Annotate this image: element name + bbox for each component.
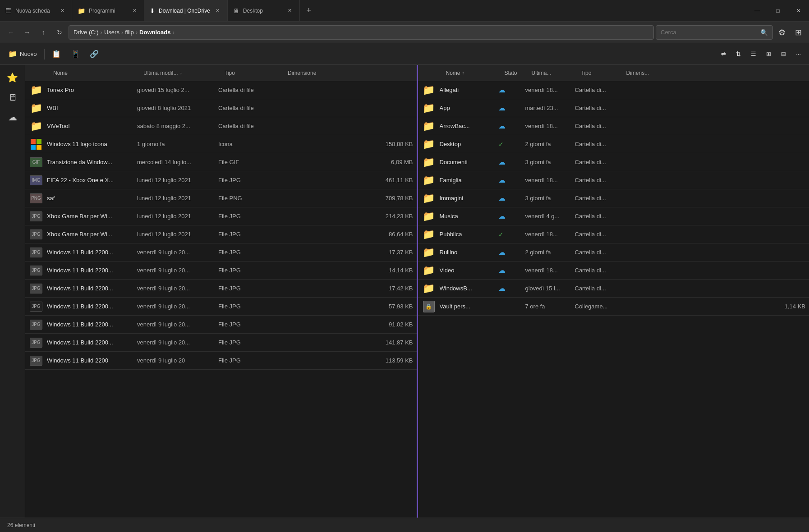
maximize-button[interactable]: □: [768, 0, 788, 22]
right-col-date-header[interactable]: Ultima...: [529, 68, 579, 78]
tab-nuova-scheda[interactable]: 🗔 Nuova scheda ✕: [0, 0, 72, 21]
view3-button[interactable]: ⊟: [777, 48, 791, 60]
left-col-name-header[interactable]: Nome: [51, 68, 141, 78]
file-name: saf: [47, 195, 137, 202]
left-col-size-header[interactable]: Dimensione: [285, 68, 413, 78]
new-tab-button[interactable]: +: [300, 0, 318, 21]
path-drive[interactable]: Drive (C:): [74, 29, 99, 36]
new-button[interactable]: 📁 Nuovo: [4, 47, 41, 60]
path-users[interactable]: Users: [104, 29, 120, 36]
table-row[interactable]: 📁 Torrex Pro giovedì 15 luglio 2... Cart…: [25, 81, 417, 99]
tab-close-2[interactable]: ✕: [130, 7, 138, 15]
path-downloads[interactable]: Downloads: [139, 29, 170, 36]
close-button[interactable]: ✕: [788, 0, 809, 22]
table-row[interactable]: 📁 Famiglia ☁ venerdì 18... Cartella di..…: [418, 171, 809, 189]
table-row[interactable]: 📁 Desktop ✓ 2 giorni fa Cartella di...: [418, 135, 809, 153]
tab-close-3[interactable]: ✕: [214, 7, 222, 15]
sidebar-icon-cloud[interactable]: ☁: [4, 108, 22, 126]
file-type: Cartella di...: [575, 267, 620, 274]
file-stato: ☁: [498, 266, 525, 275]
sort-button[interactable]: ⇅: [731, 48, 745, 60]
table-row[interactable]: 📁 WBI giovedì 8 luglio 2021 Cartella di …: [25, 99, 417, 117]
file-name: Windows 11 Build 2200...: [47, 285, 137, 292]
file-date: 7 ore fa: [525, 303, 575, 310]
table-row[interactable]: GIF Transizione da Window... mercoledì 1…: [25, 153, 417, 171]
right-col-stato-header[interactable]: Stato: [502, 68, 529, 78]
jpg-icon-xbox2: JPG: [29, 227, 43, 242]
copy-button[interactable]: 📋: [47, 47, 65, 60]
tab-desktop[interactable]: 🖥 Desktop ✕: [228, 0, 300, 21]
table-row[interactable]: PNG saf lunedì 12 luglio 2021 File PNG 7…: [25, 189, 417, 207]
file-name: Torrex Pro: [47, 87, 137, 93]
minimize-button[interactable]: —: [747, 0, 768, 22]
right-col-name-header[interactable]: Nome ↑: [443, 68, 502, 78]
table-row[interactable]: JPG Windows 11 Build 2200 venerdì 9 lugl…: [25, 352, 417, 370]
table-row[interactable]: Windows 11 logo icona 1 giorno fa Icona …: [25, 135, 417, 153]
table-row[interactable]: JPG Xbox Game Bar per Wi... lunedì 12 lu…: [25, 207, 417, 225]
file-date: venerdì 18...: [525, 177, 575, 183]
file-type: Cartella di...: [575, 141, 620, 147]
file-date: venerdì 9 luglio 20: [137, 357, 218, 364]
table-row[interactable]: 📁 Musica ☁ venerdì 4 g... Cartella di...: [418, 207, 809, 225]
table-row[interactable]: JPG Windows 11 Build 2200... venerdì 9 l…: [25, 298, 417, 316]
file-type: Cartella di...: [575, 159, 620, 165]
tab-programmi[interactable]: 📁 Programmi ✕: [72, 0, 144, 21]
table-row[interactable]: IMG FIFA 22 - Xbox One e X... lunedì 12 …: [25, 171, 417, 189]
tab-icon-4: 🖥: [233, 7, 239, 14]
filter-button[interactable]: ⇌: [717, 48, 731, 60]
table-row[interactable]: 📁 Rullino ☁ 2 giorni fa Cartella di...: [418, 243, 809, 261]
table-row[interactable]: 📁 WindowsB... ☁ giovedì 15 l... Cartella…: [418, 280, 809, 298]
file-size: 214,23 KB: [281, 213, 413, 220]
left-col-type-header[interactable]: Tipo: [222, 68, 285, 78]
table-row[interactable]: JPG Windows 11 Build 2200... venerdì 9 l…: [25, 261, 417, 280]
search-box[interactable]: 🔍: [656, 25, 773, 40]
table-row[interactable]: 📁 ArrowBac... ☁ venerdì 18... Cartella d…: [418, 117, 809, 135]
table-row[interactable]: 📁 Documenti ☁ 3 giorni fa Cartella di...: [418, 153, 809, 171]
folder-icon-rullino: 📁: [422, 245, 436, 260]
table-row[interactable]: 📁 Immagini ☁ 3 giorni fa Cartella di...: [418, 189, 809, 207]
sort-desc-icon: ↓: [180, 70, 182, 75]
address-path[interactable]: Drive (C:) › Users › filip › Downloads ›: [69, 25, 654, 40]
right-col-type-header[interactable]: Tipo: [579, 68, 624, 78]
table-row[interactable]: 📁 App ☁ martedì 23... Cartella di...: [418, 99, 809, 117]
more-button[interactable]: ···: [791, 48, 805, 60]
tab-close-1[interactable]: ✕: [58, 7, 66, 15]
tab-download-onedrive[interactable]: ⬇ Download | OneDrive ✕: [144, 0, 228, 21]
file-size: 14,14 KB: [281, 267, 413, 274]
table-row[interactable]: 🔒 Vault pers... 7 ore fa Collegame... 1,…: [418, 298, 809, 316]
file-type: File PNG: [218, 195, 281, 202]
sort-icon: ⇅: [736, 50, 741, 57]
folder-icon-video: 📁: [422, 263, 436, 278]
toolbar-options-icon[interactable]: ⊞: [791, 25, 805, 40]
sidebar-icon-pc[interactable]: 🖥: [4, 88, 22, 106]
toolbar-settings-icon[interactable]: ⚙: [775, 25, 789, 40]
table-row[interactable]: JPG Xbox Game Bar per Wi... lunedì 12 lu…: [25, 225, 417, 243]
sidebar-icon-favorites[interactable]: ⭐: [4, 69, 22, 87]
back-button[interactable]: ←: [4, 25, 18, 40]
filter-icon: ⇌: [721, 50, 726, 57]
view1-button[interactable]: ☰: [746, 48, 761, 60]
file-date: venerdì 4 g...: [525, 213, 575, 220]
right-col-size-header[interactable]: Dimens...: [624, 68, 806, 78]
tab-close-4[interactable]: ✕: [286, 7, 294, 15]
forward-button[interactable]: →: [20, 25, 34, 40]
path-filip[interactable]: filip: [125, 29, 134, 36]
table-row[interactable]: JPG Windows 11 Build 2200... venerdì 9 l…: [25, 316, 417, 334]
table-row[interactable]: JPG Windows 11 Build 2200... venerdì 9 l…: [25, 280, 417, 298]
panes: Nome Ultima modif... ↓ Tipo Dimensione: [25, 65, 809, 518]
file-date: giovedì 15 luglio 2...: [137, 87, 218, 93]
table-row[interactable]: 📁 ViVeTool sabato 8 maggio 2... Cartella…: [25, 117, 417, 135]
device-button[interactable]: 📱: [66, 47, 84, 60]
table-row[interactable]: JPG Windows 11 Build 2200... venerdì 9 l…: [25, 334, 417, 352]
table-row[interactable]: JPG Windows 11 Build 2200... venerdì 9 l…: [25, 243, 417, 261]
up-button[interactable]: ↑: [36, 25, 51, 40]
search-input[interactable]: [661, 29, 758, 36]
file-date: 2 giorni fa: [525, 249, 575, 256]
refresh-button[interactable]: ↻: [52, 25, 67, 40]
table-row[interactable]: 📁 Allegati ☁ venerdì 18... Cartella di..…: [418, 81, 809, 99]
table-row[interactable]: 📁 Video ☁ venerdì 18... Cartella di...: [418, 261, 809, 280]
link-button[interactable]: 🔗: [85, 47, 103, 60]
left-col-date-header[interactable]: Ultima modif... ↓: [141, 68, 222, 78]
table-row[interactable]: 📁 Pubblica ✓ venerdì 18... Cartella di..…: [418, 225, 809, 243]
view2-button[interactable]: ⊞: [762, 48, 776, 60]
